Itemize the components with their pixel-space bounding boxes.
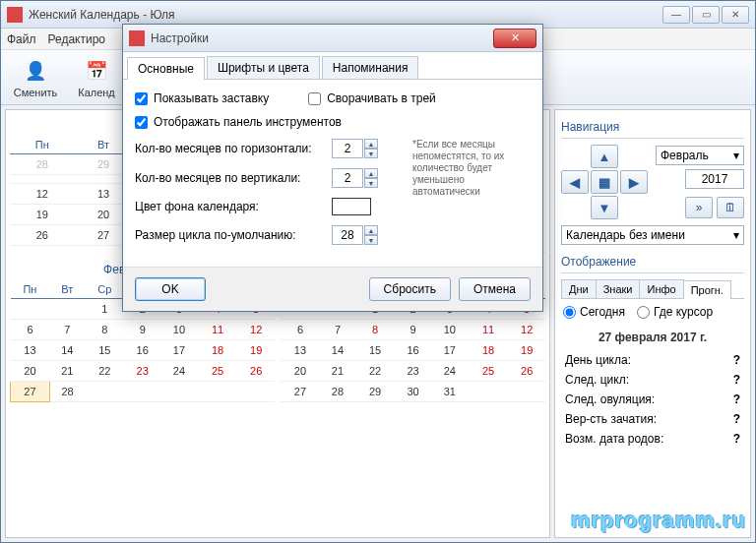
user-icon: 👤 <box>22 57 49 85</box>
reset-button[interactable]: Сбросить <box>369 277 451 301</box>
radio-today[interactable]: Сегодня <box>563 305 625 319</box>
arrow-center-icon[interactable]: ▦ <box>591 170 618 194</box>
spin-down-icon[interactable]: ▼ <box>364 149 378 158</box>
radio-cursor[interactable]: Где курсор <box>637 305 713 319</box>
note-text: *Если все месяцы непоместятся, то их кол… <box>412 139 531 198</box>
dialog-tabs: Основные Шрифты и цвета Напоминания <box>123 52 542 80</box>
maximize-button[interactable]: ▭ <box>692 6 720 24</box>
spinner-horiz[interactable]: ▲▼ <box>332 139 378 158</box>
tab-days[interactable]: Дни <box>561 279 597 298</box>
tab-main[interactable]: Основные <box>127 57 205 80</box>
chevron-down-icon: ▾ <box>733 228 739 242</box>
chk-tray[interactable] <box>308 92 321 105</box>
settings-dialog: Настройки ✕ Основные Шрифты и цвета Напо… <box>122 24 543 312</box>
spin-down-icon[interactable]: ▼ <box>364 178 378 188</box>
dialog-titlebar: Настройки ✕ <box>123 25 542 52</box>
app-icon <box>7 7 23 23</box>
spinner-vert[interactable]: ▲▼ <box>332 168 378 188</box>
calendar-name-select[interactable]: Календарь без имени▾ <box>561 225 744 245</box>
nav-mini-cal-button[interactable]: 🗓 <box>717 197 744 218</box>
tool-calendar[interactable]: 📅 Календ <box>68 54 125 101</box>
arrow-right-icon[interactable]: ▶ <box>620 170 648 194</box>
nav-arrows: ▲ ◀▦▶ ▼ <box>561 145 648 219</box>
spin-up-icon[interactable]: ▲ <box>364 168 378 178</box>
info-cycle-day: День цикла:? <box>561 350 744 370</box>
label-vert: Кол-во месяцев по вертикали: <box>135 171 332 185</box>
chevron-down-icon: ▾ <box>733 149 739 162</box>
sidebar: Навигация ▲ ◀▦▶ ▼ Февраль▾ 2017 » 🗓 К <box>554 109 751 538</box>
calendar-icon: 📅 <box>83 57 110 85</box>
cancel-button[interactable]: Отмена <box>459 277 531 301</box>
spin-up-icon[interactable]: ▲ <box>364 139 378 149</box>
info-conception: Вер-сть зачатия:? <box>561 409 744 429</box>
info-next-cycle: След. цикл:? <box>561 370 744 390</box>
tab-reminders[interactable]: Напоминания <box>322 56 419 79</box>
color-picker[interactable] <box>332 198 371 215</box>
menu-file[interactable]: Файл <box>7 32 36 46</box>
nav-fast-forward-button[interactable]: » <box>685 197 713 218</box>
info-due-date: Возм. дата родов:? <box>561 429 744 449</box>
info-date: 27 февраля 2017 г. <box>561 325 744 350</box>
spinner-cycle[interactable]: ▲▼ <box>332 225 378 245</box>
ok-button[interactable]: OK <box>135 277 206 301</box>
arrow-left-icon[interactable]: ◀ <box>561 170 589 194</box>
label-horiz: Кол-во месяцев по горизонтали: <box>135 142 332 155</box>
chk-toolbar[interactable] <box>135 116 148 129</box>
display-tabs: Дни Знаки Инфо Прогн. <box>561 279 744 299</box>
window-title: Женский Календарь - Юля <box>29 8 661 22</box>
info-next-ovul: След. овуляция:? <box>561 390 744 409</box>
nav-title: Навигация <box>561 116 744 139</box>
dialog-title: Настройки <box>151 31 493 45</box>
tab-info[interactable]: Инфо <box>639 279 683 298</box>
year-input[interactable]: 2017 <box>685 169 744 189</box>
spin-up-icon[interactable]: ▲ <box>364 225 378 235</box>
tab-fonts[interactable]: Шрифты и цвета <box>207 56 320 79</box>
arrow-down-icon[interactable]: ▼ <box>591 196 618 219</box>
spin-down-icon[interactable]: ▼ <box>364 235 378 245</box>
label-bgcolor: Цвет фона календаря: <box>135 200 332 213</box>
chk-splash[interactable] <box>135 92 148 105</box>
tool-change[interactable]: 👤 Сменить <box>7 54 64 101</box>
tab-signs[interactable]: Знаки <box>596 279 641 298</box>
app-icon <box>129 30 145 46</box>
menu-edit[interactable]: Редактиро <box>48 32 106 46</box>
tab-prognosis[interactable]: Прогн. <box>683 280 731 299</box>
month-select[interactable]: Февраль▾ <box>656 146 744 165</box>
dialog-close-button[interactable]: ✕ <box>493 29 536 48</box>
close-button[interactable]: ✕ <box>722 6 749 24</box>
display-title: Отображение <box>561 251 744 273</box>
label-cycle: Размер цикла по-умолчанию: <box>135 228 332 242</box>
minimize-button[interactable]: — <box>662 6 690 24</box>
arrow-up-icon[interactable]: ▲ <box>591 145 618 168</box>
